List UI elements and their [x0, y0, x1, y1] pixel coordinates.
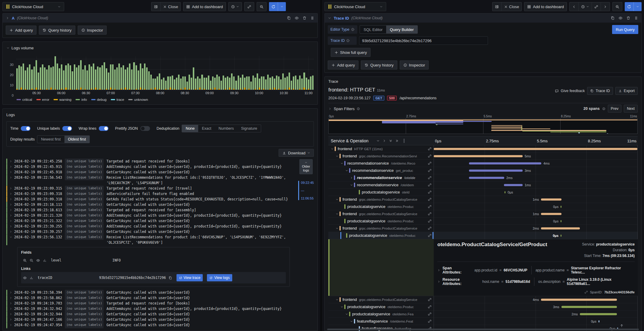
volume-bar[interactable]: [172, 56, 173, 90]
log-row[interactable]: 2024-02-19 09:23:39.257(no unique labels…: [6, 229, 298, 234]
span-row[interactable]: frontendgrpc.oteldemo.RecommendationServ…: [328, 153, 638, 160]
span-filters-label[interactable]: Span Filters: [334, 107, 355, 111]
download-button[interactable]: Download: [279, 149, 314, 157]
volume-bar[interactable]: [231, 56, 233, 90]
volume-bar[interactable]: [161, 56, 162, 90]
remove-query-icon[interactable]: [302, 16, 307, 20]
volume-bar[interactable]: [120, 56, 122, 90]
order-option-oldest-first[interactable]: Oldest first: [64, 136, 90, 143]
expand-all-icon[interactable]: [395, 139, 399, 143]
volume-bar[interactable]: [191, 56, 192, 90]
query-history-button[interactable]: Query history: [39, 26, 75, 35]
volume-bar[interactable]: [225, 56, 226, 90]
volume-bar[interactable]: [250, 56, 252, 90]
chevron-right-icon[interactable]: [9, 313, 12, 316]
chevron-right-icon[interactable]: [9, 230, 12, 233]
close-split-button[interactable]: Close: [501, 2, 521, 11]
time-forward-button[interactable]: [601, 2, 610, 11]
volume-bar[interactable]: [261, 56, 262, 90]
log-row[interactable]: 2024-02-19 09:23:56.132(no unique labels…: [6, 234, 298, 245]
volume-bar[interactable]: [267, 56, 269, 90]
chevron-right-icon[interactable]: [9, 203, 12, 206]
volume-bar[interactable]: [246, 56, 248, 90]
add-to-dashboard-button[interactable]: Add to dashboard: [524, 2, 567, 11]
collapse-one-icon[interactable]: [376, 139, 380, 143]
chevron-right-icon[interactable]: [9, 176, 12, 179]
span-duration-bar[interactable]: [505, 191, 505, 193]
refresh-interval-dropdown[interactable]: [278, 2, 286, 11]
log-row[interactable]: 2024-02-19 09:23:09.318(no unique labels…: [6, 191, 298, 196]
trace-minimap[interactable]: 0μs2.75ms5.5ms8.25ms11ms: [328, 114, 638, 134]
volume-bar[interactable]: [112, 56, 114, 90]
volume-bar[interactable]: [136, 56, 137, 90]
span-row[interactable]: frontendHTTP GET (11ms): [328, 145, 638, 153]
add-query-button[interactable]: Add query: [6, 26, 36, 35]
volume-bar[interactable]: [269, 56, 271, 90]
span-row[interactable]: recommendationservice/oteldemo.Reco4ms: [328, 160, 638, 167]
volume-bar[interactable]: [297, 56, 299, 90]
volume-bar[interactable]: [240, 56, 241, 90]
give-feedback-button[interactable]: Give feedback: [555, 89, 585, 93]
resource-attributes-row[interactable]: Resource Attributes: host.name=51d7989a6…: [437, 276, 635, 287]
volume-bar[interactable]: [178, 56, 180, 90]
horizontal-scrollbar[interactable]: [327, 329, 639, 330]
volume-bar[interactable]: [129, 56, 130, 90]
volume-bar[interactable]: [216, 56, 218, 90]
span-row[interactable]: productcatalogserviceoteldemo.Produc0μs: [328, 232, 638, 239]
log-row[interactable]: 2024-02-19 09:22:45.918(no unique labels…: [6, 169, 298, 175]
chevron-right-icon[interactable]: [328, 107, 332, 110]
legend-item-warning[interactable]: warning: [54, 98, 71, 101]
span-duration-bar[interactable]: [434, 155, 523, 157]
filter-out-value-icon[interactable]: [30, 258, 33, 262]
volume-bar[interactable]: [295, 56, 296, 90]
span-row[interactable]: frontendgrpc.oteldemo.ProductCatalogServ…: [328, 296, 638, 303]
refresh-button[interactable]: [625, 2, 633, 11]
volume-bar[interactable]: [189, 56, 190, 90]
volume-bar[interactable]: [208, 56, 209, 90]
span-link-icon[interactable]: [428, 219, 432, 223]
volume-bar[interactable]: [99, 56, 101, 90]
chevron-down-icon[interactable]: [350, 184, 353, 187]
log-row[interactable]: 2024-02-19 09:24:56.045(no unique labels…: [6, 328, 298, 328]
span-link-icon[interactable]: [428, 169, 432, 172]
volume-bar[interactable]: [312, 56, 314, 90]
span-duration-bar[interactable]: [541, 213, 561, 215]
span-duration-bar[interactable]: [561, 220, 561, 222]
volume-bar[interactable]: [259, 56, 260, 90]
span-duration-bar[interactable]: [561, 206, 561, 208]
chevron-right-icon[interactable]: [9, 296, 12, 299]
span-duration-bar[interactable]: [504, 184, 523, 186]
chevron-down-icon[interactable]: [340, 162, 343, 165]
volume-bar[interactable]: [193, 56, 194, 90]
order-option-newest-first[interactable]: Newest first: [37, 136, 64, 143]
refresh-interval-dropdown[interactable]: [633, 2, 642, 11]
volume-bar[interactable]: [242, 56, 243, 90]
chevron-right-icon[interactable]: [9, 214, 12, 217]
legend-item-trace[interactable]: trace: [111, 98, 124, 101]
copy-link-button[interactable]: [244, 2, 254, 11]
span-duration-bar[interactable]: [561, 234, 561, 237]
chevron-right-icon[interactable]: [9, 165, 12, 168]
span-duration-bar[interactable]: [434, 148, 637, 150]
span-duration-bar[interactable]: [469, 177, 504, 179]
logs-volume-header[interactable]: Logs volume: [6, 44, 314, 51]
chevron-right-icon[interactable]: [9, 209, 12, 212]
inspector-button[interactable]: Inspector: [78, 26, 107, 35]
volume-bar[interactable]: [204, 56, 205, 90]
volume-bar[interactable]: [48, 56, 50, 90]
span-duration-bar[interactable]: [580, 313, 617, 315]
volume-bar[interactable]: [82, 56, 84, 90]
chevron-down-icon[interactable]: [9, 236, 12, 239]
chevron-down-icon[interactable]: [336, 155, 339, 158]
chevron-right-icon[interactable]: [9, 225, 12, 228]
expand-one-icon[interactable]: [383, 139, 386, 143]
volume-bar[interactable]: [180, 56, 182, 90]
span-row[interactable]: frontendgrpc.oteldemo.ProductCatalogServ…: [328, 196, 638, 203]
hide-response-icon[interactable]: [618, 16, 623, 20]
volume-bar[interactable]: [238, 56, 239, 90]
span-row[interactable]: recommendationserviceget_produc3ms: [328, 167, 638, 174]
span-row[interactable]: productcatalogserviceoteldemo.Fea2ms: [328, 311, 638, 318]
narrow-pane-button[interactable]: [152, 2, 160, 11]
show-full-query-button[interactable]: Show full query: [331, 48, 370, 57]
span-duration-bar[interactable]: [469, 162, 541, 164]
